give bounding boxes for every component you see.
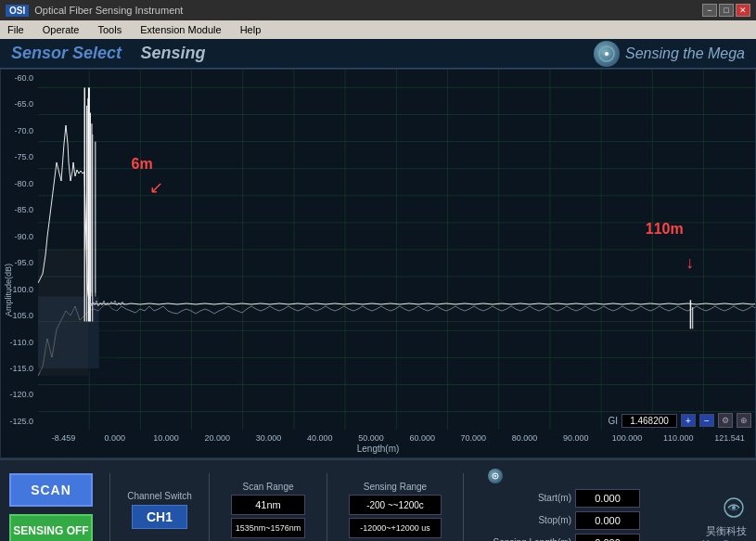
app-title: Optical Fiber Sensing Instrument xyxy=(34,5,183,16)
settings-circle-icon[interactable] xyxy=(488,469,503,483)
chart-container: Amplitude(dB) -60.0 -65.0 -70.0 -75.0 -8… xyxy=(0,69,756,458)
channel-value[interactable]: CH1 xyxy=(132,505,187,529)
branding-logo xyxy=(721,495,747,521)
branding-chinese: 昊衡科技 xyxy=(706,524,747,538)
start-input[interactable] xyxy=(575,489,640,508)
y-label-10: -110.0 xyxy=(3,338,36,347)
scan-range-value2: 1535nm~1576nm xyxy=(231,518,305,538)
menu-extension[interactable]: Extension Module xyxy=(136,23,224,36)
svg-point-44 xyxy=(494,475,496,477)
y-label-0: -60.0 xyxy=(3,73,36,83)
y-label-12: -120.0 xyxy=(3,390,36,399)
x-label-3: 20.000 xyxy=(192,433,243,443)
x-label-6: 50.000 xyxy=(345,433,396,443)
x-label-2: 10.000 xyxy=(140,433,191,443)
x-label-5: 40.000 xyxy=(294,433,345,443)
y-label-11: -115.0 xyxy=(3,364,36,373)
branding-text: 昊衡科技 MegaSense xyxy=(702,524,747,542)
x-label-10: 90.000 xyxy=(550,433,601,443)
x-label-1: 0.000 xyxy=(89,433,140,443)
separator-4 xyxy=(463,473,464,542)
logo-text: Sensing the Mega xyxy=(625,45,745,62)
sensing-length-input[interactable] xyxy=(575,534,640,542)
x-axis-title: Length(m) xyxy=(357,444,400,454)
svg-point-1 xyxy=(605,52,609,56)
channel-switch-label: Channel Switch xyxy=(127,491,191,501)
menu-operate[interactable]: Operate xyxy=(39,23,83,36)
logo-area: Sensing the Mega xyxy=(594,41,745,67)
sensing-range-label: Sensing Range xyxy=(364,482,427,492)
sensing-range-section: Sensing Range -200 ~~1200c -12000~+12000… xyxy=(344,482,446,538)
svg-rect-40 xyxy=(38,250,88,376)
y-axis: -60.0 -65.0 -70.0 -75.0 -80.0 -85.0 -90.… xyxy=(1,70,38,430)
app-icon: OSI xyxy=(6,5,29,17)
y-label-8: -100.0 xyxy=(3,285,36,294)
gi-label: GI xyxy=(608,416,618,426)
app-header: Sensor Select Sensing Sensing the Mega xyxy=(0,39,756,69)
sensing-length-row: Sensing Length(m) xyxy=(488,534,640,542)
chart-svg-area: 6m ↙ 110m ↓ xyxy=(38,70,755,430)
nav-separator xyxy=(129,45,133,62)
menu-bar: File Operate Tools Extension Module Help xyxy=(0,20,756,39)
annotation-6m: 6m xyxy=(131,156,152,173)
x-label-4: 30.000 xyxy=(243,433,294,443)
x-label-11: 100.000 xyxy=(601,433,652,443)
svg-point-45 xyxy=(732,506,736,509)
stop-label: Stop(m) xyxy=(488,515,571,525)
start-label: Start(m) xyxy=(488,493,571,503)
main-chart-svg xyxy=(38,70,755,430)
nav-sensing[interactable]: Sensing xyxy=(141,44,206,63)
separator-2 xyxy=(209,473,210,542)
y-label-4: -80.0 xyxy=(3,179,36,188)
branding-area: 昊衡科技 MegaSense xyxy=(702,473,747,542)
minimize-button[interactable]: − xyxy=(702,4,717,17)
x-label-9: 80.000 xyxy=(499,433,550,443)
scan-button[interactable]: SCAN xyxy=(9,473,93,507)
maximize-button[interactable]: □ xyxy=(719,4,734,17)
y-label-5: -85.0 xyxy=(3,205,36,214)
y-label-13: -125.0 xyxy=(3,417,36,426)
y-label-3: -75.0 xyxy=(3,152,36,161)
channel-section: Channel Switch CH1 xyxy=(127,491,192,529)
x-label-7: 60.000 xyxy=(397,433,448,443)
settings-icon[interactable]: ⚙ xyxy=(718,413,733,428)
sensing-off-button[interactable]: SENSING OFF xyxy=(9,514,93,542)
y-label-1: -65.0 xyxy=(3,99,36,109)
scan-range-label: Scan Range xyxy=(242,482,293,492)
menu-help[interactable]: Help xyxy=(237,23,265,36)
close-button[interactable]: ✕ xyxy=(736,4,750,17)
scan-range-section: Scan Range 41nm 1535nm~1576nm xyxy=(226,482,310,538)
start-row: Start(m) xyxy=(488,489,640,508)
right-params: Start(m) Stop(m) Sensing Length(m) xyxy=(488,469,640,542)
separator-1 xyxy=(109,473,110,542)
y-label-9: -105.0 xyxy=(3,311,36,320)
zoom-icon[interactable]: ⊕ xyxy=(737,413,751,428)
y-label-7: -95.0 xyxy=(3,258,36,267)
nav-sensor-select[interactable]: Sensor Select xyxy=(11,44,122,63)
menu-file[interactable]: File xyxy=(4,23,28,36)
action-buttons: SCAN SENSING OFF xyxy=(9,473,93,542)
gi-minus-button[interactable]: − xyxy=(699,414,714,427)
separator-3 xyxy=(327,473,327,542)
sensing-range-value2: -12000~+12000 us xyxy=(349,518,442,538)
menu-tools[interactable]: Tools xyxy=(94,23,125,36)
title-bar: OSI Optical Fiber Sensing Instrument − □… xyxy=(0,0,756,20)
x-label-12: 110.000 xyxy=(653,433,704,443)
stop-input[interactable] xyxy=(575,511,640,530)
branding-english: MegaSense xyxy=(702,538,747,542)
stop-row: Stop(m) xyxy=(488,511,640,530)
x-label-8: 70.000 xyxy=(448,433,499,443)
sensing-length-label: Sensing Length(m) xyxy=(488,537,571,541)
gi-plus-button[interactable]: + xyxy=(681,414,696,427)
sensing-range-value1: -200 ~~1200c xyxy=(349,495,442,515)
x-label-13: 121.541 xyxy=(704,433,755,443)
y-label-2: -70.0 xyxy=(3,126,36,135)
gi-input[interactable] xyxy=(621,414,677,428)
bottom-panel: SCAN SENSING OFF Channel Switch CH1 Scan… xyxy=(0,458,756,541)
y-label-6: -90.0 xyxy=(3,232,36,241)
gi-display: GI + − ⚙ ⊕ xyxy=(608,413,751,428)
logo-icon xyxy=(594,41,620,67)
x-label-0: -8.459 xyxy=(38,433,89,443)
annotation-110m: 110m xyxy=(646,221,684,238)
scan-range-value1: 41nm xyxy=(231,495,305,515)
